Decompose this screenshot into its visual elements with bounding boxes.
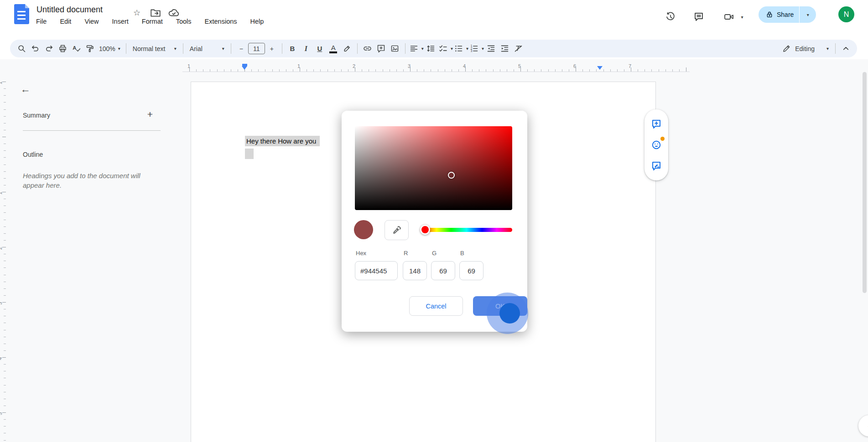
numbered-list-icon[interactable]: 123 ▾: [469, 42, 484, 55]
editing-caret-icon: ▾: [826, 46, 829, 51]
b-input[interactable]: [459, 261, 483, 280]
add-comment-icon[interactable]: [375, 42, 388, 55]
left-indent-marker[interactable]: [242, 64, 247, 70]
align-caret-icon: ▾: [421, 46, 424, 51]
italic-icon[interactable]: I: [300, 42, 312, 55]
menu-file[interactable]: File: [36, 17, 47, 26]
suggest-edits-margin-icon[interactable]: [650, 159, 663, 172]
g-input[interactable]: [431, 261, 455, 280]
menu-edit[interactable]: Edit: [59, 17, 72, 26]
outline-placeholder-text: Headings you add to the document will ap…: [23, 171, 156, 190]
paint-format-icon[interactable]: [83, 42, 96, 55]
margin-actions-pill: [645, 109, 668, 180]
document-text-selected[interactable]: Hey there How are you: [245, 136, 320, 146]
add-comment-margin-icon[interactable]: [650, 118, 663, 130]
emoji-reaction-icon[interactable]: [650, 139, 663, 151]
underline-icon[interactable]: U: [313, 42, 326, 55]
menu-bar: File Edit View Insert Format Tools Exten…: [36, 17, 264, 26]
menu-help[interactable]: Help: [250, 17, 265, 26]
undo-icon[interactable]: [29, 42, 42, 55]
cancel-button[interactable]: Cancel: [409, 296, 463, 316]
gradient-selector-ring[interactable]: [448, 172, 455, 179]
font-caret-icon: ▾: [222, 46, 224, 51]
toolbar-divider: [231, 43, 231, 54]
menu-format[interactable]: Format: [141, 17, 163, 26]
hue-slider-knob[interactable]: [420, 225, 430, 235]
zoom-caret-icon: ▾: [118, 46, 120, 51]
toolbar-left-group: A 100% ▾ Normal text ▾ Arial ▾: [15, 42, 525, 55]
version-history-icon[interactable]: [664, 10, 677, 24]
docs-logo-icon[interactable]: [14, 4, 29, 24]
share-caret-icon[interactable]: ▾: [800, 12, 816, 17]
share-button[interactable]: Share: [759, 6, 799, 23]
insert-image-icon[interactable]: [389, 42, 401, 55]
right-indent-marker[interactable]: [597, 66, 603, 70]
highlight-color-icon[interactable]: [341, 42, 353, 55]
toolbar-zone: A 100% ▾ Normal text ▾ Arial ▾: [0, 28, 868, 59]
toolbar-divider: [835, 43, 836, 54]
font-size-increase-icon[interactable]: +: [265, 42, 278, 55]
font-family-select[interactable]: Arial ▾: [187, 42, 227, 55]
lock-icon: [766, 11, 773, 18]
menu-extensions[interactable]: Extensions: [204, 17, 238, 26]
g-label: G: [432, 250, 437, 257]
vertical-scrollbar[interactable]: [863, 72, 867, 293]
ruler-number: 4: [0, 357, 3, 360]
saturation-value-gradient[interactable]: [355, 126, 512, 210]
summary-heading: Summary: [23, 112, 50, 119]
account-avatar[interactable]: N: [838, 6, 854, 22]
svg-text:A: A: [73, 45, 76, 51]
search-menus-icon[interactable]: [15, 42, 28, 55]
show-side-panel-button[interactable]: ‹: [858, 415, 868, 437]
comments-icon[interactable]: [692, 10, 706, 24]
redo-icon[interactable]: [42, 42, 55, 55]
checklist-icon[interactable]: ▾: [438, 42, 453, 55]
back-arrow-icon[interactable]: ←: [17, 81, 34, 98]
font-size-decrease-icon[interactable]: −: [235, 42, 248, 55]
ruler-number: 1: [187, 63, 190, 69]
hue-slider[interactable]: [421, 228, 512, 232]
r-label: R: [404, 250, 408, 257]
text-color-icon[interactable]: A: [327, 42, 340, 55]
text-color-bar: [329, 51, 337, 53]
ruler-number: 3: [408, 63, 411, 69]
menu-insert[interactable]: Insert: [112, 17, 129, 26]
hex-input[interactable]: [355, 261, 398, 280]
print-icon[interactable]: [56, 42, 69, 55]
horizontal-ruler[interactable]: 1 1 2 3 4 5 6 7: [182, 63, 690, 72]
ruler-number: 1: [297, 63, 300, 69]
decrease-indent-icon[interactable]: [485, 42, 498, 55]
bulleted-list-icon[interactable]: ▾: [454, 42, 468, 55]
editing-mode-select[interactable]: Editing ▾: [779, 42, 832, 55]
ruler-number: 3: [0, 302, 3, 305]
document-title[interactable]: Untitled document: [36, 5, 103, 15]
vertical-ruler[interactable]: 1 1 2 3 4 5: [0, 71, 6, 442]
spellcheck-icon[interactable]: A: [70, 42, 83, 55]
line-spacing-icon[interactable]: [425, 42, 437, 55]
zoom-select[interactable]: 100% ▾: [97, 42, 122, 55]
toolbar: A 100% ▾ Normal text ▾ Arial ▾: [10, 40, 857, 57]
insert-link-icon[interactable]: [361, 42, 374, 55]
paragraph-style-value: Normal text: [133, 45, 166, 52]
ruler-number: 7: [629, 63, 631, 69]
menu-view[interactable]: View: [84, 17, 99, 26]
selection-stub: [245, 149, 254, 159]
bulleted-list-caret-icon: ▾: [466, 46, 468, 51]
add-summary-icon[interactable]: +: [143, 108, 157, 121]
toolbar-right-group: Editing ▾: [779, 42, 852, 55]
font-size-input[interactable]: [248, 43, 265, 54]
align-icon[interactable]: ▾: [409, 42, 424, 55]
clear-formatting-icon[interactable]: [512, 42, 525, 55]
increase-indent-icon[interactable]: [499, 42, 511, 55]
share-label: Share: [777, 11, 794, 18]
r-input[interactable]: [403, 261, 427, 280]
video-call-caret-icon[interactable]: ▾: [736, 10, 746, 24]
eyedropper-button[interactable]: [385, 220, 409, 240]
bold-icon[interactable]: B: [286, 42, 299, 55]
ruler-number: 4: [463, 63, 466, 69]
ruler-number: 2: [0, 247, 3, 250]
paragraph-style-select[interactable]: Normal text ▾: [130, 42, 179, 55]
menu-tools[interactable]: Tools: [176, 17, 192, 26]
collapse-toolbar-icon[interactable]: [839, 42, 852, 55]
video-call-icon[interactable]: [722, 10, 736, 24]
